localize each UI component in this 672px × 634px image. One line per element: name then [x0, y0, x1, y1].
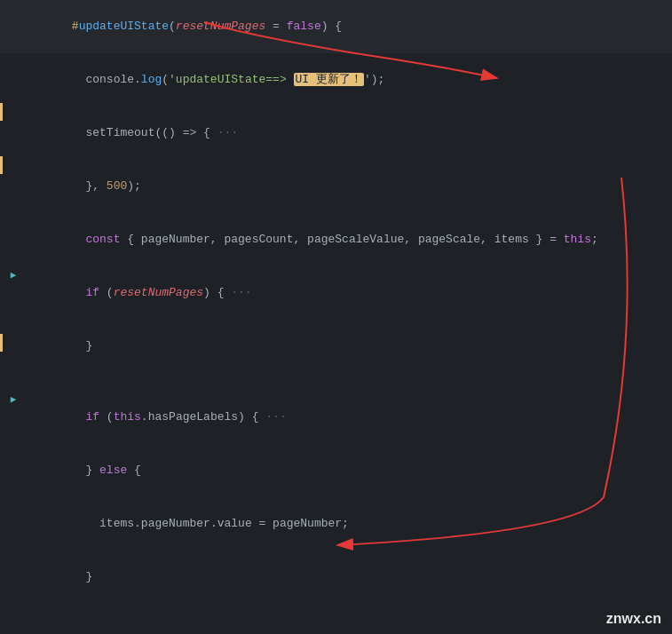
watermark: znwx.cn — [606, 611, 661, 627]
code-line: const { pageNumber, pagesCount, pageScal… — [0, 213, 672, 266]
line-content: } — [27, 320, 672, 373]
line-content: items.previous.disabled = pageNumber <= … — [27, 622, 672, 634]
line-content: #updateUIState(resetNumPages = false) { — [27, 0, 672, 53]
line-gutter: ▶ — [0, 266, 27, 284]
line-content — [27, 373, 672, 391]
code-line: ▶ if (resetNumPages) { ··· — [0, 266, 672, 320]
line-content: console.log('updateUIState==> UI 更新了！'); — [27, 53, 672, 107]
punc: ( — [169, 20, 176, 33]
code-line: } — [0, 320, 672, 373]
code-line: console.log('updateUIState==> UI 更新了！'); — [0, 53, 672, 107]
code-editor: #updateUIState(resetNumPages = false) { … — [0, 0, 672, 634]
line-content: } else { — [27, 444, 672, 497]
line-content: }, 500); — [27, 160, 672, 213]
param: resetNumPages — [176, 20, 265, 33]
hash-symbol: # — [72, 20, 79, 33]
collapse-arrow[interactable]: ▶ — [11, 266, 17, 284]
left-indicator-1 — [0, 103, 3, 121]
code-line: ▶ if (this.hasPageLabels) { ··· — [0, 391, 672, 444]
line-content: if (resetNumPages) { ··· — [27, 266, 672, 320]
line-content: } — [27, 551, 672, 604]
left-indicator-3 — [0, 334, 3, 352]
fn-name: updateUIState — [79, 20, 169, 33]
code-line: }, 500); — [0, 160, 672, 213]
collapse-arrow[interactable]: ▶ — [11, 391, 17, 408]
line-content — [27, 604, 672, 622]
punc: ) { — [321, 20, 342, 33]
code-line — [0, 604, 672, 622]
line-content: if (this.hasPageLabels) { ··· — [27, 391, 672, 444]
left-indicator-2 — [0, 156, 3, 174]
line-gutter: ▶ — [0, 391, 27, 408]
highlight-badge: UI 更新了！ — [294, 73, 364, 86]
line-content: const { pageNumber, pagesCount, pageScal… — [27, 213, 672, 266]
code-line: setTimeout(() => { ··· — [0, 107, 672, 160]
code-line: } else { — [0, 444, 672, 497]
op: = — [265, 20, 286, 33]
code-line: #updateUIState(resetNumPages = false) { — [0, 0, 672, 53]
code-line — [0, 373, 672, 391]
code-line: items.previous.disabled = pageNumber <= … — [0, 622, 672, 634]
kw: false — [287, 20, 321, 33]
code-line: } — [0, 551, 672, 604]
code-line: items.pageNumber.value = pageNumber; — [0, 497, 672, 551]
line-content: setTimeout(() => { ··· — [27, 107, 672, 160]
line-content: items.pageNumber.value = pageNumber; — [27, 497, 672, 551]
